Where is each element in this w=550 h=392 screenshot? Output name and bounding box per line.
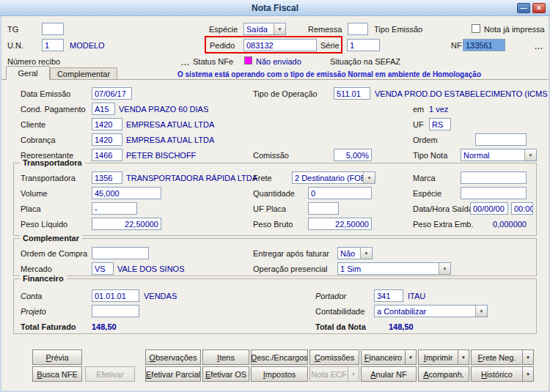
- tg-label: TG: [7, 25, 18, 34]
- cliente-desc: EMPRESA ATUAL LTDA: [126, 120, 214, 129]
- conta-desc: VENDAS: [144, 292, 177, 300]
- close-button[interactable]: ✕: [532, 3, 546, 13]
- portador-field[interactable]: 341: [374, 289, 403, 302]
- efetivar-button[interactable]: Efetivar: [85, 366, 135, 382]
- observacoes-button[interactable]: Observações: [145, 350, 201, 365]
- tipo-operacao-desc: VENDA PROD.DO ESTABELECIMENTO (ICMS 17%): [375, 89, 550, 98]
- cobranca-label: Cobrança: [21, 136, 56, 144]
- tipo-operacao-field[interactable]: 511.01: [334, 87, 370, 100]
- entregar-apos-select[interactable]: Não ▼: [337, 247, 373, 259]
- operacao-presencial-select[interactable]: 1 Sim ▼: [337, 262, 451, 275]
- comissao-field[interactable]: 5,00%: [334, 149, 372, 161]
- complementar-group-legend: Complementar: [20, 234, 82, 243]
- status-nfe-value: Não enviado: [256, 57, 301, 66]
- representante-field[interactable]: 1466: [92, 149, 122, 161]
- cond-pagamento-field[interactable]: A15: [92, 103, 115, 115]
- itens-button[interactable]: Itens: [202, 350, 249, 365]
- imprimir-dropdown-arrow[interactable]: ▼: [458, 350, 469, 365]
- pedido-field[interactable]: 083132: [243, 39, 317, 51]
- saida-time-field[interactable]: 00:00: [511, 202, 533, 215]
- ordem-compra-field[interactable]: [92, 247, 149, 259]
- data-emissao-field[interactable]: 07/06/17: [92, 87, 132, 100]
- especie-label: Espécie: [209, 25, 238, 34]
- ordem-field[interactable]: [475, 133, 527, 146]
- remessa-label: Remessa: [308, 25, 342, 34]
- previa-button[interactable]: Prévia: [32, 350, 82, 365]
- peso-liquido-field[interactable]: 22,50000: [92, 218, 161, 230]
- contabilidade-label: Contabilidade: [315, 307, 364, 316]
- minimize-button[interactable]: —: [517, 3, 530, 13]
- efetivar-parcial-button[interactable]: Efetivar Parcial: [145, 366, 201, 382]
- especie-select[interactable]: Saída ▼: [243, 23, 286, 35]
- cobranca-field[interactable]: 1420: [92, 133, 122, 146]
- tab-geral[interactable]: Geral: [6, 66, 50, 80]
- tipo-nota-select[interactable]: Normal ▼: [461, 149, 537, 161]
- contabilidade-select[interactable]: a Contabilizar ▼: [374, 305, 488, 317]
- chevron-down-icon: ▼: [363, 172, 375, 183]
- un-label: U.N.: [7, 41, 23, 50]
- marca-field[interactable]: [461, 171, 527, 184]
- acompanh-button[interactable]: Acompanh.: [418, 366, 469, 382]
- tg-field[interactable]: [42, 23, 64, 35]
- uf-placa-field[interactable]: [308, 202, 339, 215]
- total-faturado-value: 148,50: [92, 322, 117, 331]
- chevron-down-icon: ▼: [475, 306, 487, 317]
- peso-bruto-field[interactable]: 22,50000: [308, 218, 372, 230]
- status-nfe-label: Status NFe: [193, 57, 233, 66]
- transportadora-field[interactable]: 1356: [92, 171, 122, 184]
- nota-fiscal-window: Nota Fiscal — ✕ TG Espécie Saída ▼ Remes…: [0, 0, 550, 392]
- quantidade-field[interactable]: 0: [308, 187, 372, 199]
- placa-field[interactable]: -: [92, 202, 137, 215]
- peso-liquido-label: Peso Líquido: [21, 220, 67, 229]
- volume-field[interactable]: 45,000: [92, 187, 161, 199]
- financeiro-dropdown-arrow[interactable]: ▼: [405, 350, 417, 365]
- historico-button[interactable]: Histórico: [471, 366, 523, 382]
- mercado-field[interactable]: VS: [92, 262, 114, 275]
- frete-neg-button[interactable]: Frete Neg.: [471, 350, 523, 365]
- marca-label: Marca: [413, 174, 436, 182]
- comissoes-button[interactable]: Comissões: [309, 350, 359, 365]
- numero-recibo-label: Número recibo: [7, 57, 60, 66]
- nota-ja-impressa-checkbox[interactable]: [472, 24, 480, 33]
- remessa-field[interactable]: [348, 23, 368, 35]
- operacao-presencial-value: 1 Sim: [340, 265, 361, 273]
- nota-ecf-button[interactable]: Nota ECF: [309, 366, 348, 382]
- recibo-lookup-button[interactable]: ...: [181, 59, 190, 66]
- frete-value: 2 Destinatario (FOB: [295, 174, 366, 182]
- imprimir-button[interactable]: Imprimir: [418, 350, 458, 365]
- frete-neg-dropdown-arrow[interactable]: ▼: [522, 350, 534, 365]
- financeiro-button[interactable]: Financeiro: [361, 350, 406, 365]
- peso-extra-value: 0,000000: [475, 220, 527, 229]
- impostos-button[interactable]: Impostos: [251, 366, 308, 382]
- projeto-label: Projeto: [21, 307, 46, 316]
- chevron-down-icon: ▼: [360, 248, 372, 259]
- status-nfe-swatch: [244, 56, 252, 64]
- uf-placa-label: UF Placa: [253, 204, 286, 213]
- tipo-nota-value: Normal: [463, 151, 489, 160]
- especie-transp-field[interactable]: [461, 187, 527, 199]
- mercado-desc: VALE DOS SINOS: [117, 265, 185, 273]
- historico-dropdown-arrow[interactable]: ▼: [522, 366, 534, 382]
- nf-lookup-button[interactable]: ...: [535, 42, 543, 50]
- modelo-label: MODELO: [70, 41, 105, 50]
- tab-complementar[interactable]: Complementar: [50, 67, 117, 79]
- frete-select[interactable]: 2 Destinatario (FOB ▼: [292, 171, 375, 184]
- serie-field[interactable]: 1: [347, 39, 380, 51]
- un-field[interactable]: 1: [42, 39, 64, 51]
- conta-field[interactable]: 01.01.01: [92, 289, 139, 302]
- emission-mode-banner: O sistema está operando com o tipo de em…: [177, 70, 481, 78]
- cliente-field[interactable]: 1420: [92, 118, 122, 130]
- saida-date-field[interactable]: 00/00/00: [470, 202, 508, 215]
- desc-encargos-button[interactable]: Desc./Encargos: [251, 350, 308, 365]
- uf-field[interactable]: RS: [429, 118, 451, 130]
- tipo-operacao-label: Tipo de Operação: [253, 89, 318, 98]
- peso-bruto-label: Peso Bruto: [253, 220, 293, 229]
- projeto-field[interactable]: [92, 305, 139, 317]
- tipo-nota-label: Tipo Nota: [413, 151, 447, 160]
- efetivar-os-button[interactable]: Efetivar OS: [202, 366, 249, 382]
- anular-nf-button[interactable]: Anular NF: [361, 366, 417, 382]
- nf-field[interactable]: 133561: [463, 39, 505, 51]
- cobranca-desc: EMPRESA ATUAL LTDA: [126, 136, 214, 144]
- nota-ecf-dropdown-arrow[interactable]: ▼: [348, 366, 359, 382]
- busca-nfe-button[interactable]: Busca NFE: [32, 366, 82, 382]
